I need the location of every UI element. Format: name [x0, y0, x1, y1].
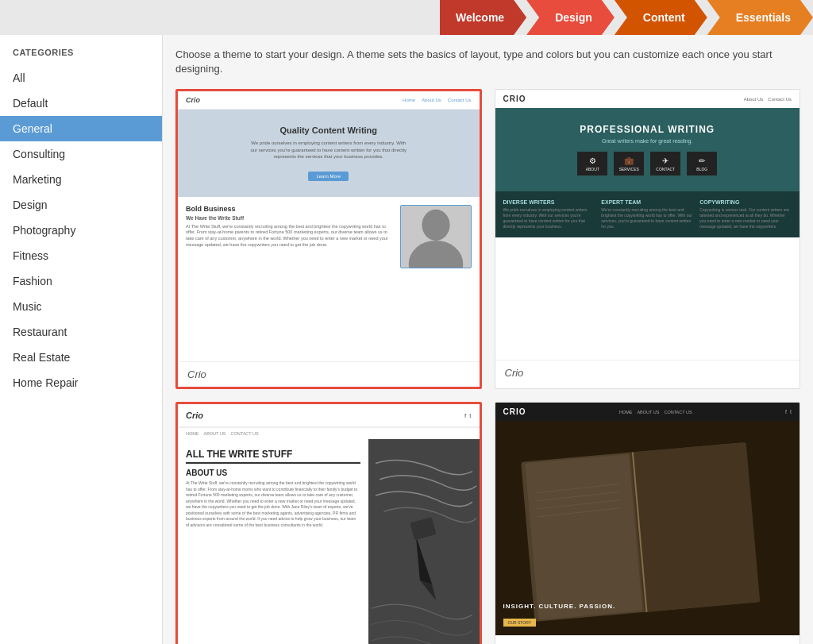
send-icon: ✈ [662, 156, 669, 165]
theme2-diverse-text: We pride ourselves in employing content … [503, 207, 595, 229]
sidebar-item-photography[interactable]: Photography [0, 218, 162, 243]
theme-card-1[interactable]: Crio Home About Us Contact Us Quality Co… [175, 89, 482, 389]
theme2-hero-title: PROFESSIONAL WRITING [503, 124, 792, 135]
nav-step-design-label: Design [555, 11, 592, 24]
theme2-icon-about: ⚙ ABOUT [577, 152, 607, 175]
theme4-nav-contact: CONTACT US [664, 410, 692, 415]
theme3-sub-title: ABOUT US [186, 469, 360, 477]
theme3-nav: Crio f t [178, 404, 480, 427]
theme4-hero: INSIGHT. CULTURE. PASSION. OUR STORY [495, 421, 800, 635]
theme2-icon-services: 💼 SERVICES [614, 152, 644, 175]
theme4-hero-title: INSIGHT. CULTURE. PASSION. [503, 603, 616, 610]
theme1-hero-text: We pride ourselves in employing content … [249, 140, 408, 160]
theme3-social: f t [464, 412, 471, 419]
theme1-nav-links: Home About Us Contact Us [403, 98, 471, 102]
theme1-hero-title: Quality Content Writing [186, 125, 472, 135]
theme-card-4[interactable]: CRIO HOME ABOUT US CONTACT US f t [495, 402, 801, 644]
sidebar-item-restaurant[interactable]: Restaurant [0, 319, 162, 345]
twitter-icon: t [790, 409, 792, 415]
sidebar-item-home-repair[interactable]: Home Repair [0, 370, 162, 395]
theme1-preview: Crio Home About Us Contact Us Quality Co… [178, 91, 480, 361]
theme3-nav-contact: CONTACT US [231, 431, 259, 436]
sidebar-item-marketing[interactable]: Marketing [0, 167, 162, 192]
theme1-brand: Crio [186, 96, 200, 104]
svg-point-1 [422, 209, 449, 240]
sidebar-item-fitness[interactable]: Fitness [0, 243, 162, 268]
theme2-nav-links: About Us Contact Us [744, 97, 792, 102]
sidebar-item-default[interactable]: Default [0, 91, 162, 116]
theme1-label: Crio [178, 361, 480, 387]
theme2-brand: CRIO [503, 94, 526, 103]
theme1-section: Bold Business We Have the Write Stuff At… [178, 197, 480, 276]
theme4-hero-text: INSIGHT. CULTURE. PASSION. OUR STORY [503, 603, 616, 627]
theme2-blog-label: BLOG [696, 167, 707, 172]
facebook-icon: f [785, 409, 787, 415]
content-area: Choose a theme to start your design. A t… [163, 35, 813, 644]
theme3-writing-image [368, 439, 480, 644]
theme1-hero: Quality Content Writing We pride ourselv… [178, 110, 480, 196]
theme2-about-label: ABOUT [586, 167, 599, 172]
theme1-nav: Crio Home About Us Contact Us [178, 91, 480, 110]
theme2-feature-diverse: DIVERSE WRITERS We pride ourselves in em… [503, 199, 595, 229]
edit-icon: ✏ [699, 156, 705, 165]
theme1-section-title: Bold Business [186, 205, 394, 213]
theme3-brand: Crio [186, 411, 203, 420]
theme4-preview: CRIO HOME ABOUT US CONTACT US f t [495, 403, 800, 644]
theme4-nav-home: HOME [619, 410, 633, 415]
theme3-nav-about: ABOUT US [204, 431, 226, 436]
twitter-icon: t [469, 412, 471, 419]
theme2-services-label: SERVICES [619, 167, 639, 172]
theme1-person-image [400, 205, 472, 268]
theme4-nav-links: HOME ABOUT US CONTACT US [619, 410, 692, 415]
sidebar-item-general[interactable]: General [0, 116, 162, 141]
theme2-about: About Us [744, 97, 764, 102]
theme4-nav: CRIO HOME ABOUT US CONTACT US f t [495, 403, 800, 421]
theme2-hero: PROFESSIONAL WRITING Great writers make … [495, 108, 800, 191]
sidebar-item-fashion[interactable]: Fashion [0, 268, 162, 294]
theme1-learn-more-btn[interactable]: Learn More [308, 172, 349, 181]
svg-rect-3 [368, 439, 480, 644]
nav-step-essentials[interactable]: Essentials [707, 0, 813, 35]
theme1-nav-contact: Contact Us [448, 98, 472, 102]
theme2-expert-title: EXPERT TEAM [601, 199, 693, 205]
theme2-hero-sub: Great writers make for great reading. [503, 138, 792, 144]
theme2-features: DIVERSE WRITERS We pride ourselves in em… [495, 191, 800, 237]
theme-grid: Crio Home About Us Contact Us Quality Co… [175, 89, 800, 644]
sidebar-item-design[interactable]: Design [0, 192, 162, 218]
theme-card-3[interactable]: Crio f t HOME ABOUT US CONTACT US [175, 402, 482, 644]
nav-step-content[interactable]: Content [615, 0, 707, 35]
nav-step-design[interactable]: Design [526, 0, 615, 35]
gear-icon: ⚙ [589, 156, 596, 165]
sidebar: CATEGORIES All Default General Consultin… [0, 35, 163, 644]
theme3-nav-home: HOME [186, 431, 199, 436]
theme4-social: f t [785, 409, 792, 415]
theme1-section-text: Bold Business We Have the Write Stuff At… [186, 205, 394, 268]
theme2-copy-title: COPYWRITING [699, 199, 792, 205]
content-description: Choose a theme to start your design. A t… [175, 48, 800, 76]
theme2-icon-blog: ✏ BLOG [687, 152, 717, 175]
facebook-icon: f [464, 412, 466, 419]
theme2-diverse-title: DIVERSE WRITERS [503, 199, 595, 205]
theme1-section-subtitle: We Have the Write Stuff [186, 215, 394, 221]
sidebar-item-all[interactable]: All [0, 65, 162, 91]
theme4-hero-btn[interactable]: OUR STORY [503, 619, 537, 627]
theme2-feature-expert: EXPERT TEAM We're constantly recruiting … [601, 199, 693, 229]
sidebar-item-consulting[interactable]: Consulting [0, 141, 162, 167]
nav-step-welcome-label: Welcome [456, 11, 504, 24]
top-navigation: Welcome Design Content Essentials [0, 0, 813, 35]
sidebar-item-music[interactable]: Music [0, 294, 162, 319]
theme2-contact-label: CONTACT [656, 167, 675, 172]
theme1-nav-home: Home [403, 98, 415, 102]
theme2-feature-copy: COPYWRITING Copywriting is serious task.… [699, 199, 792, 229]
theme2-label: Crio [495, 360, 800, 385]
theme1-nav-about: About Us [422, 98, 441, 102]
theme2-copy-text: Copywriting is serious task. Our content… [699, 207, 792, 229]
theme3-content: ALL THE WRITE STUFF ABOUT US At The Writ… [178, 439, 480, 644]
nav-step-welcome[interactable]: Welcome [440, 0, 526, 35]
pen-writing-visual [368, 439, 480, 644]
theme-card-2[interactable]: CRIO About Us Contact Us PROFESSIONAL WR… [495, 89, 801, 389]
sidebar-title: CATEGORIES [0, 48, 162, 65]
nav-step-essentials-label: Essentials [736, 11, 791, 24]
sidebar-item-real-estate[interactable]: Real Estate [0, 345, 162, 370]
theme3-nav-links: HOME ABOUT US CONTACT US [178, 427, 480, 439]
